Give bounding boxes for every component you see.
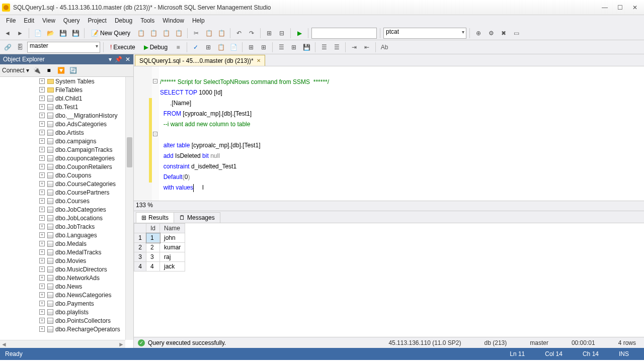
tree-node[interactable]: +dbo.__MigrationHistory (39, 111, 133, 120)
execute-button[interactable]: ! Execute (107, 42, 139, 53)
tree-node[interactable]: +dbo.JobCategories (39, 205, 133, 214)
available-db-icon[interactable]: 🗄 (15, 42, 26, 53)
cell-name[interactable]: kumar (160, 243, 185, 252)
expand-icon[interactable]: + (39, 147, 45, 152)
nav-icon[interactable]: ⊞ (264, 28, 275, 39)
tree-node[interactable]: +dbo.CouponRetailers (39, 162, 133, 171)
grid-header-id[interactable]: Id (146, 224, 160, 233)
tree-node[interactable]: +dbo.JobTracks (39, 222, 133, 231)
expand-icon[interactable]: + (39, 275, 45, 281)
tree-node[interactable]: +db.Test1 (39, 103, 133, 111)
expand-icon[interactable]: + (39, 198, 45, 204)
expand-icon[interactable]: + (39, 309, 45, 315)
expand-icon[interactable]: + (39, 104, 45, 110)
cell-name[interactable]: raj (160, 252, 185, 262)
row-header[interactable]: 3 (134, 252, 146, 262)
results-grid-icon[interactable]: ⊞ (288, 42, 299, 53)
tree-node[interactable]: +dbo.MusicDirectors (39, 265, 133, 274)
tree-node[interactable]: +dbo.CampaignTracks (39, 145, 133, 154)
save-icon[interactable]: 💾 (57, 28, 68, 39)
undo-icon[interactable]: ↶ (233, 28, 245, 39)
specify-values-icon[interactable]: Ab (379, 42, 390, 53)
fold-icon[interactable]: − (153, 79, 157, 83)
expand-icon[interactable]: + (39, 232, 45, 238)
document-tab[interactable]: SQLQuery1.sql - 45....0.master (db (213)… (135, 55, 265, 66)
expand-icon[interactable]: + (39, 181, 45, 187)
cancel-connect-icon[interactable]: ✖ (498, 28, 509, 39)
results-file-icon[interactable]: 💾 (301, 42, 312, 53)
expand-icon[interactable]: + (39, 326, 45, 332)
dmx-query-icon[interactable]: 📋 (173, 28, 184, 39)
tree-node[interactable]: +dbo.Artists (39, 128, 133, 137)
expand-icon[interactable]: + (39, 301, 45, 306)
expand-icon[interactable]: + (39, 190, 45, 195)
parse-icon[interactable]: ✓ (190, 42, 201, 53)
expand-icon[interactable]: + (39, 78, 45, 84)
outdent-icon[interactable]: ⇤ (361, 42, 372, 53)
comment-icon[interactable]: ☰ (318, 42, 330, 53)
expand-icon[interactable]: + (39, 258, 45, 263)
stop-icon[interactable]: ■ (173, 42, 184, 53)
register-icon[interactable]: ⊕ (473, 28, 484, 39)
change-connection-icon[interactable]: 🔗 (2, 42, 13, 53)
cell-id[interactable]: 2 (146, 243, 160, 252)
open-icon[interactable]: 📂 (45, 28, 56, 39)
tree-node[interactable]: +dbo.playlists (39, 308, 133, 316)
results-text-icon[interactable]: ☰ (276, 42, 287, 53)
expand-icon[interactable]: + (39, 292, 45, 298)
expand-icon[interactable]: + (39, 96, 45, 101)
row-header[interactable]: 1 (134, 233, 146, 243)
mdx-query-icon[interactable]: 📋 (160, 28, 172, 39)
menu-project[interactable]: Project (84, 16, 111, 25)
tree-node[interactable]: +FileTables (39, 85, 133, 94)
panel-close-icon[interactable]: ✕ (125, 56, 130, 63)
expand-icon[interactable]: + (39, 164, 45, 169)
tree-node[interactable]: +dbo.JobLocations (39, 214, 133, 222)
autohide-icon[interactable]: 📌 (115, 56, 122, 63)
tree-node[interactable]: +dbo.Payments (39, 299, 133, 308)
tree-node[interactable]: +dbo.campaigns (39, 137, 133, 145)
tab-messages[interactable]: 🗒 Messages (174, 212, 220, 223)
indent-icon[interactable]: ⇥ (349, 42, 360, 53)
pin-icon[interactable]: ▾ (109, 56, 112, 63)
tree-node[interactable]: +dbo.RechargeOperators (39, 325, 133, 333)
code-content[interactable]: /****** Script for SelectTopNRows comman… (159, 66, 329, 201)
menu-help[interactable]: Help (188, 16, 209, 25)
tree-node[interactable]: +dbo.Coupons (39, 171, 133, 179)
save-all-icon[interactable]: 💾 (70, 28, 81, 39)
row-header[interactable]: 2 (134, 243, 146, 252)
back-icon[interactable]: ◄ (2, 28, 13, 39)
find-input[interactable] (311, 28, 377, 39)
tree-node[interactable]: +dbo.couponcategories (39, 154, 133, 162)
tree-node[interactable]: +dbo.NewsCategories (39, 291, 133, 299)
copy-icon[interactable]: 📋 (203, 28, 214, 39)
expand-icon[interactable]: + (39, 284, 45, 289)
table-row[interactable]: 44jack (134, 262, 185, 272)
analysis-query-icon[interactable]: 📋 (148, 28, 159, 39)
zoom-combo[interactable]: 133 % (136, 202, 162, 211)
cell-name[interactable]: john (160, 233, 185, 243)
tree-node[interactable]: +dbo.Languages (39, 231, 133, 239)
menu-window[interactable]: Window (158, 16, 188, 25)
forward-icon[interactable]: ► (15, 28, 26, 39)
new-query-button[interactable]: 📝 New Query (88, 28, 134, 39)
activity-icon[interactable]: ⊟ (276, 28, 287, 39)
tree-node[interactable]: +dbo.Courses (39, 197, 133, 205)
tab-results[interactable]: ⊞ Results (136, 212, 174, 223)
oe-filter-icon[interactable]: 🔽 (56, 66, 65, 75)
expand-icon[interactable]: + (39, 130, 45, 135)
menu-tools[interactable]: Tools (136, 16, 158, 25)
sql-editor[interactable]: − − /****** Script for SelectTopNRows co… (134, 66, 644, 201)
cell-id[interactable]: 3 (146, 252, 160, 262)
tree-node[interactable]: +dbo.Movies (39, 256, 133, 265)
fold-icon[interactable]: − (153, 132, 157, 136)
object-explorer-tree[interactable]: +System Tables+FileTables+dbl.Child1+db.… (0, 77, 133, 348)
estimated-plan-icon[interactable]: ⊞ (203, 42, 214, 53)
expand-icon[interactable]: + (39, 224, 45, 229)
options-icon[interactable]: ⚙ (486, 28, 497, 39)
uncomment-icon[interactable]: ☰ (331, 42, 342, 53)
maximize-button[interactable]: ☐ (613, 3, 627, 13)
tree-node[interactable]: +dbl.Child1 (39, 94, 133, 103)
expand-icon[interactable]: + (39, 215, 45, 221)
expand-icon[interactable]: + (39, 138, 45, 144)
